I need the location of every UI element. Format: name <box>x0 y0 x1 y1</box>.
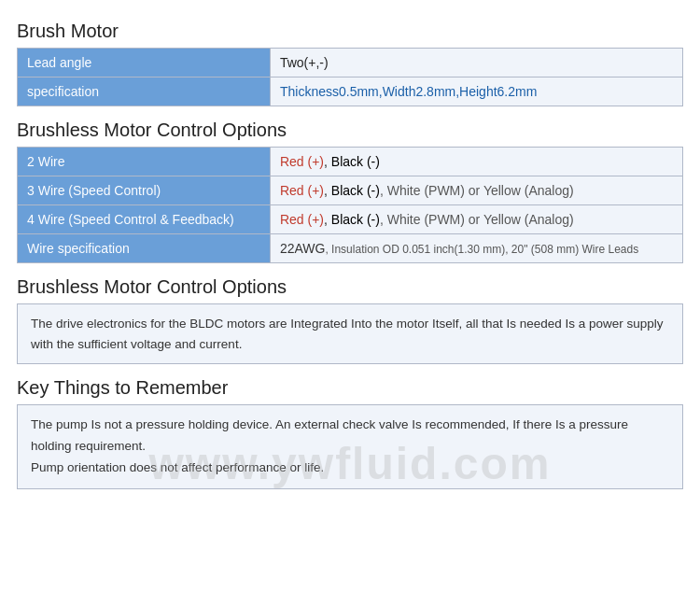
black-text: Black (-) <box>331 212 380 227</box>
separator: , <box>324 212 331 227</box>
brush-motor-title: Brush Motor <box>17 21 683 42</box>
key-things-title: Key Things to Remember <box>17 377 683 399</box>
table-row: 2 Wire Red (+), Black (-) <box>18 148 683 176</box>
black-text: Black (-) <box>331 154 380 169</box>
table-row: Lead angle Two(+,-) <box>18 49 683 78</box>
key-line-1: The pump Is not a pressure holding devic… <box>31 415 669 458</box>
red-text: Red (+) <box>280 212 324 227</box>
brushless-desc-text: The drive electronics for the BLDC motor… <box>31 317 664 351</box>
black-text: Black (-) <box>331 183 380 198</box>
other-text: , White (PWM) or Yellow (Analog) <box>380 183 574 198</box>
specification-label: specification <box>18 78 271 106</box>
brushless-options-title: Brushless Motor Control Options <box>17 120 683 141</box>
table-row: 4 Wire (Speed Control & Feedback) Red (+… <box>18 205 683 234</box>
wire-spec-label: Wire specification <box>18 234 271 263</box>
page-wrapper: Brush Motor Lead angle Two(+,-) specific… <box>0 0 700 517</box>
red-text: Red (+) <box>280 154 324 169</box>
brushless-options-table: 2 Wire Red (+), Black (-) 3 Wire (Speed … <box>17 147 683 263</box>
table-row: 3 Wire (Speed Control) Red (+), Black (-… <box>18 176 683 205</box>
specification-value: Thickness0.5mm,Width2.8mm,Height6.2mm <box>270 78 682 106</box>
wire4-value: Red (+), Black (-), White (PWM) or Yello… <box>270 205 682 234</box>
awg-details: , Insulation OD 0.051 inch(1.30 mm), 20"… <box>325 243 638 256</box>
brush-motor-table: Lead angle Two(+,-) specification Thickn… <box>17 48 683 106</box>
wire2-value: Red (+), Black (-) <box>270 148 682 176</box>
wire3-label: 3 Wire (Speed Control) <box>18 176 271 205</box>
key-line-2: Pump orientation does not affect perform… <box>31 458 669 479</box>
awg-text: 22AWG <box>280 241 326 256</box>
separator: , <box>324 183 331 198</box>
brushless-desc-title: Brushless Motor Control Options <box>17 276 683 298</box>
lead-angle-label: Lead angle <box>18 49 271 78</box>
wire-spec-value: 22AWG, Insulation OD 0.051 inch(1.30 mm)… <box>270 234 682 263</box>
key-things-box: The pump Is not a pressure holding devic… <box>17 404 683 489</box>
wire3-value: Red (+), Black (-), White (PWM) or Yello… <box>270 176 682 205</box>
wire2-label: 2 Wire <box>18 148 271 176</box>
table-row: specification Thickness0.5mm,Width2.8mm,… <box>18 78 683 106</box>
other-text: , White (PWM) or Yellow (Analog) <box>380 212 574 227</box>
table-row: Wire specification 22AWG, Insulation OD … <box>18 234 683 263</box>
brushless-desc-box: The drive electronics for the BLDC motor… <box>17 303 683 364</box>
separator: , <box>324 154 331 169</box>
red-text: Red (+) <box>280 183 324 198</box>
wire4-label: 4 Wire (Speed Control & Feedback) <box>18 205 271 234</box>
specification-text: Thickness0.5mm,Width2.8mm,Height6.2mm <box>280 84 537 99</box>
lead-angle-value: Two(+,-) <box>270 49 682 78</box>
